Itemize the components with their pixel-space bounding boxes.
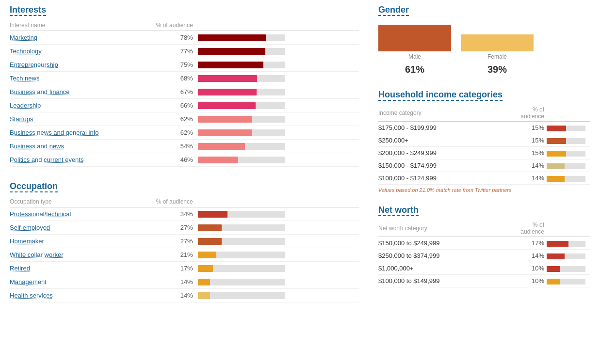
- table-row: Self-employed 27%: [10, 221, 359, 235]
- occupation-name[interactable]: Self-employed: [10, 221, 149, 235]
- income-col-name: Income category: [378, 105, 520, 122]
- table-row: Business and finance 67%: [10, 85, 359, 99]
- networth-pct: 10%: [520, 275, 547, 287]
- interests-title: Interests: [10, 5, 46, 16]
- interest-name[interactable]: Entrepreneurship: [10, 58, 149, 72]
- occupation-bar: [198, 235, 359, 248]
- income-pct: 14%: [520, 159, 547, 172]
- interest-bar: [198, 140, 359, 153]
- interest-name[interactable]: Business and news: [10, 140, 149, 153]
- interest-pct: 46%: [149, 153, 198, 167]
- table-row: Homemaker 27%: [10, 235, 359, 248]
- table-row: $175,000 - $199,999 15%: [378, 122, 590, 134]
- occupation-table: Occupation type % of audience Profession…: [10, 196, 359, 302]
- interest-name[interactable]: Business and finance: [10, 85, 149, 99]
- table-row: Entrepreneurship 75%: [10, 58, 359, 72]
- male-bar-group: Male 61%: [378, 25, 451, 75]
- table-row: Technology 77%: [10, 45, 359, 58]
- income-bar: [547, 134, 590, 147]
- interest-name[interactable]: Startups: [10, 112, 149, 126]
- interests-col-name: Interest name: [10, 20, 149, 31]
- interest-name[interactable]: Business news and general info: [10, 126, 149, 140]
- interest-name[interactable]: Leadership: [10, 99, 149, 112]
- income-bar: [547, 159, 590, 172]
- occupation-pct: 14%: [149, 289, 198, 302]
- income-pct: 15%: [520, 122, 547, 134]
- occupation-section: Occupation Occupation type % of audience…: [10, 181, 359, 302]
- income-bar: [547, 147, 590, 159]
- interest-pct: 77%: [149, 45, 198, 58]
- occupation-name[interactable]: Homemaker: [10, 235, 149, 248]
- table-row: $250,000+ 15%: [378, 134, 590, 147]
- income-note: Values based on 21.0% match rate from Tw…: [378, 187, 590, 193]
- interests-section: Interests Interest name % of audience Ma…: [10, 5, 359, 167]
- networth-bar: [547, 237, 590, 250]
- table-row: $150,000 to $249,999 17%: [378, 237, 590, 250]
- income-name: $250,000+: [378, 134, 520, 147]
- income-bar: [547, 172, 590, 185]
- income-bar: [547, 122, 590, 134]
- table-row: Marketing 78%: [10, 31, 359, 45]
- gender-title: Gender: [378, 5, 409, 16]
- occupation-pct: 14%: [149, 275, 198, 289]
- male-pct: 61%: [405, 64, 424, 75]
- interest-name[interactable]: Marketing: [10, 31, 149, 45]
- interest-name[interactable]: Politics and current events: [10, 153, 149, 167]
- interest-pct: 68%: [149, 72, 198, 85]
- interest-bar: [198, 58, 359, 72]
- male-label: Male: [408, 53, 421, 60]
- interest-bar: [198, 112, 359, 126]
- female-label: Female: [487, 53, 507, 60]
- table-row: White collar worker 21%: [10, 248, 359, 262]
- occupation-name[interactable]: Professional/technical: [10, 207, 149, 221]
- networth-name: $100,000 to $149,999: [378, 275, 520, 287]
- income-pct: 14%: [520, 172, 547, 185]
- occupation-name[interactable]: Health services: [10, 289, 149, 302]
- occupation-pct: 34%: [149, 207, 198, 221]
- table-row: Politics and current events 46%: [10, 153, 359, 167]
- household-income-section: Household income categories Income categ…: [378, 90, 590, 193]
- table-row: Tech news 68%: [10, 72, 359, 85]
- household-income-table: Income category % of audience $175,000 -…: [378, 105, 590, 185]
- networth-pct: 10%: [520, 262, 547, 275]
- table-row: Business and news 54%: [10, 140, 359, 153]
- table-row: $100,000 to $149,999 10%: [378, 275, 590, 287]
- gender-bars: Male 61% Female 39%: [378, 25, 590, 75]
- female-bar: [461, 34, 534, 51]
- income-pct: 15%: [520, 134, 547, 147]
- income-name: $150,000 - $174,999: [378, 159, 520, 172]
- interest-pct: 78%: [149, 31, 198, 45]
- networth-col-pct: % of audience: [520, 220, 547, 237]
- networth-name: $250,000 to $374,999: [378, 250, 520, 262]
- interest-pct: 62%: [149, 126, 198, 140]
- occupation-bar: [198, 207, 359, 221]
- occupation-bar: [198, 289, 359, 302]
- table-row: $150,000 - $174,999 14%: [378, 159, 590, 172]
- interest-bar: [198, 85, 359, 99]
- interest-pct: 75%: [149, 58, 198, 72]
- networth-col-name: Net worth category: [378, 220, 520, 237]
- networth-pct: 17%: [520, 237, 547, 250]
- household-income-title: Household income categories: [378, 90, 503, 101]
- interest-name[interactable]: Tech news: [10, 72, 149, 85]
- networth-name: $150,000 to $249,999: [378, 237, 520, 250]
- occupation-name[interactable]: White collar worker: [10, 248, 149, 262]
- table-row: $100,000 - $124,999 14%: [378, 172, 590, 185]
- table-row: $1,000,000+ 10%: [378, 262, 590, 275]
- interest-name[interactable]: Technology: [10, 45, 149, 58]
- interest-pct: 62%: [149, 112, 198, 126]
- interests-col-pct: % of audience: [149, 20, 198, 31]
- male-bar: [378, 25, 451, 51]
- interest-pct: 67%: [149, 85, 198, 99]
- occupation-name[interactable]: Management: [10, 275, 149, 289]
- occupation-pct: 27%: [149, 235, 198, 248]
- income-pct: 15%: [520, 147, 547, 159]
- income-col-pct: % of audience: [520, 105, 547, 122]
- gender-section: Gender Male 61% Female 39%: [378, 5, 590, 75]
- occupation-col-name: Occupation type: [10, 196, 149, 207]
- occupation-col-bar: [198, 196, 359, 207]
- right-column: Gender Male 61% Female 39% Household inc…: [378, 5, 590, 317]
- occupation-name[interactable]: Retired: [10, 262, 149, 275]
- interest-bar: [198, 45, 359, 58]
- female-pct: 39%: [487, 64, 507, 75]
